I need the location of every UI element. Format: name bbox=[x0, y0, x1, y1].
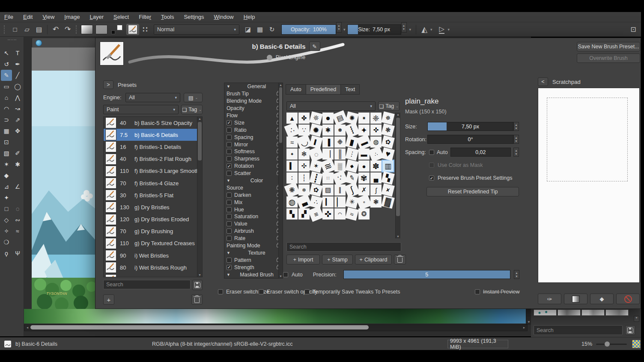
brush-tip-item[interactable]: ∫ bbox=[344, 182, 360, 198]
tool-dynamic-brush[interactable]: ⊃ bbox=[1, 114, 12, 125]
brush-tip-item[interactable]: ✿ bbox=[309, 183, 323, 197]
brush-tip-item[interactable]: ❋ bbox=[284, 182, 300, 198]
use-color-as-mask-row[interactable]: Use Color as Mask bbox=[429, 162, 483, 168]
tab-text[interactable]: Text bbox=[340, 84, 360, 95]
option-checkbox[interactable] bbox=[227, 236, 232, 241]
precision-slider[interactable]: 5 bbox=[343, 270, 510, 279]
horizontal-scrollbar-thumb[interactable] bbox=[30, 325, 369, 329]
pattern-swatch[interactable] bbox=[95, 25, 107, 34]
tab-predefined[interactable]: Predefined bbox=[306, 84, 341, 95]
tool-similar-select[interactable]: ≈ bbox=[12, 226, 23, 237]
tip-size-spinner[interactable]: ▲▼ bbox=[513, 122, 519, 131]
tool-freehand-select[interactable]: ∾ bbox=[12, 214, 23, 226]
options-scrollbar[interactable]: ▲▼ bbox=[278, 83, 283, 278]
brush-tip-item[interactable]: ◠ bbox=[334, 208, 346, 220]
brush-option-row[interactable]: ▼ Pattern bbox=[224, 256, 283, 264]
brush-tip-item[interactable]: ❂ bbox=[358, 208, 370, 220]
brush-tip-item[interactable]: ❉ bbox=[334, 136, 346, 148]
brush-tip-item[interactable]: ┋ bbox=[344, 122, 360, 138]
brush-tip-item[interactable]: ❈ bbox=[370, 113, 382, 124]
mirror-vertical-arrow[interactable]: ▾ bbox=[448, 27, 450, 32]
option-checkbox[interactable] bbox=[227, 163, 232, 169]
brush-tip-item[interactable]: ✶ bbox=[309, 159, 323, 173]
preset-thumbnail[interactable] bbox=[558, 309, 581, 316]
overwrite-brush-button[interactable]: Overwrite Brush bbox=[577, 53, 640, 63]
tip-grid-scrollbar[interactable]: ▲▼ bbox=[395, 113, 400, 238]
tool-text[interactable]: T bbox=[12, 47, 23, 59]
docker-scroll-down[interactable]: ▼ bbox=[634, 316, 639, 322]
option-checkbox[interactable] bbox=[227, 142, 232, 147]
statusbar-dimensions[interactable]: 9993 x 4961 (191,3 MiB) bbox=[447, 340, 508, 348]
brush-presets-chooser-button[interactable]: ∷ bbox=[139, 24, 151, 35]
menu-help[interactable]: Help bbox=[244, 14, 255, 20]
brush-tip-item[interactable]: ◌ bbox=[308, 146, 324, 162]
brush-editor-toggle-button[interactable] bbox=[126, 24, 139, 35]
tool-contiguous-select[interactable]: ✧ bbox=[1, 226, 12, 237]
brush-tip-item[interactable]: ⋮ bbox=[345, 147, 359, 161]
menu-select[interactable]: Select bbox=[113, 14, 129, 20]
tool-ellipse-select[interactable]: ◌ bbox=[12, 203, 23, 214]
brush-tip-item[interactable]: ▍ bbox=[286, 160, 298, 172]
toolbar-grip[interactable] bbox=[76, 25, 79, 34]
open-document-button[interactable]: ▱ bbox=[21, 24, 33, 35]
tool-ellipse[interactable]: ◯ bbox=[12, 81, 23, 92]
tool-gradient[interactable]: ▧ bbox=[1, 148, 12, 159]
option-checkbox[interactable] bbox=[227, 214, 232, 219]
brush-tip-item[interactable]: ▥ bbox=[382, 160, 394, 172]
fg-bg-color-widget[interactable] bbox=[111, 24, 123, 35]
preset-list-item[interactable]: 110 f) Bristles-3 Large Smooth bbox=[104, 165, 202, 177]
reload-preset-button[interactable]: ↻ bbox=[266, 24, 278, 35]
option-checkbox[interactable] bbox=[227, 135, 232, 140]
brush-tip-item[interactable]: ▓ bbox=[381, 195, 395, 209]
brush-tip-item[interactable]: ❃ bbox=[381, 123, 395, 137]
brush-option-row[interactable]: ▼ Softness bbox=[224, 148, 283, 155]
brush-tip-item[interactable]: ✦ bbox=[286, 148, 298, 160]
preset-list-item[interactable]: 40 b) Basic-5 Size Opacity bbox=[104, 117, 202, 129]
brush-tip-item[interactable]: ♥ bbox=[381, 147, 395, 161]
brush-tip-item[interactable]: ┋ bbox=[309, 171, 323, 185]
scroll-right-icon[interactable]: ▸ bbox=[521, 325, 527, 330]
option-checkbox[interactable] bbox=[227, 221, 232, 226]
zoom-slider-thumb[interactable] bbox=[605, 341, 610, 347]
brush-option-row[interactable]: ▼ General bbox=[224, 83, 283, 90]
brush-tip-item[interactable]: ✗ bbox=[358, 184, 370, 196]
preserve-alpha-button[interactable]: ▦ bbox=[254, 24, 266, 35]
tip-filter-combobox[interactable]: All▾ bbox=[286, 101, 376, 111]
option-checkbox[interactable] bbox=[227, 228, 232, 234]
save-new-preset-button[interactable]: Save New Brush Preset... bbox=[577, 42, 640, 51]
scratchpad-gradient-button[interactable] bbox=[564, 294, 587, 304]
docker-save-search-button[interactable] bbox=[625, 325, 635, 335]
menu-tools[interactable]: Tools bbox=[161, 14, 174, 20]
tab-auto[interactable]: Auto bbox=[286, 84, 306, 95]
scratchpad-collapse-button[interactable]: < bbox=[538, 77, 548, 86]
brush-tip-item[interactable]: ≡ bbox=[308, 206, 324, 222]
option-checkbox[interactable] bbox=[227, 149, 232, 154]
rename-preset-button[interactable]: ✎ bbox=[309, 42, 320, 51]
blend-mode-combobox[interactable]: Normal▾ bbox=[154, 24, 239, 35]
brush-tip-item[interactable]: ┆ bbox=[298, 172, 310, 184]
footer-checkbox[interactable] bbox=[304, 289, 310, 294]
brush-tip-item[interactable]: ▬ bbox=[356, 134, 372, 150]
brush-tip-item[interactable]: ✷ bbox=[358, 113, 370, 124]
brush-option-row[interactable]: ▼ Airbrush bbox=[224, 228, 283, 235]
stamp-tip-button[interactable]: +Stamp bbox=[322, 255, 353, 264]
precision-spinner[interactable]: ▲▼ bbox=[514, 270, 519, 279]
tip-tag-button[interactable]: ❏Tag⌄ bbox=[378, 101, 400, 111]
brush-option-row[interactable]: ▼ Opacity bbox=[224, 105, 283, 112]
brush-tip-item[interactable]: ✿ bbox=[381, 135, 395, 149]
brush-tip-item[interactable]: ❊ bbox=[309, 111, 323, 125]
preserve-settings-row[interactable]: Preserve Brush Preset Settings bbox=[429, 175, 512, 181]
brush-tip-item[interactable]: ∶ bbox=[286, 172, 298, 184]
tool-fill[interactable]: ◆ bbox=[1, 170, 12, 181]
menu-settings[interactable]: Settings bbox=[184, 14, 204, 20]
brush-tip-item[interactable]: ▚ bbox=[381, 171, 395, 185]
opacity-spinner[interactable]: ▲▼ bbox=[336, 22, 342, 33]
scratchpad-canvas[interactable] bbox=[538, 88, 640, 283]
menu-file[interactable]: File bbox=[4, 14, 13, 20]
brush-option-row[interactable]: ▼ Spacing bbox=[224, 134, 283, 141]
preset-thumbnail[interactable] bbox=[534, 309, 557, 316]
brush-option-row[interactable]: ▼ Darken bbox=[224, 191, 283, 199]
zoom-slider[interactable] bbox=[596, 344, 627, 345]
tool-polygon-select[interactable]: ◇ bbox=[1, 214, 12, 226]
brush-tip-item[interactable]: ∘ bbox=[356, 194, 372, 210]
